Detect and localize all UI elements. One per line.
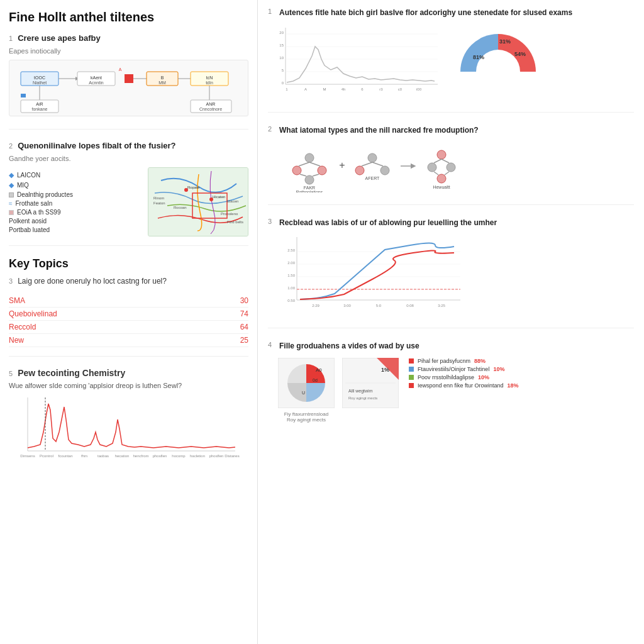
legend-area: ◆ LAICON ◆ MIQ Dealnthig productes ≈: [9, 167, 138, 236]
r-section-4-content: A0 0d U Fiy ftaxurntrensload Roy agingt …: [268, 358, 634, 423]
right-panel: 1 Autences fitle hate bich girl basIve f…: [258, 0, 644, 644]
legend-item-3: Dealnthig productes: [9, 191, 138, 198]
legend-text-3: Poov rrsstolhildaglipse: [418, 374, 474, 380]
legend-entries: Pihal fer padsyfucnm 88% Ftauvirestiils/…: [409, 358, 519, 423]
molecule-svg: FAKR Pothpolations + AFERT: [278, 142, 492, 192]
svg-point-91: [355, 166, 364, 175]
half-pie-svg: 81% 54% 31%: [454, 25, 542, 81]
svg-text:4h: 4h: [341, 87, 346, 91]
legend-entry-1: Pihal fer padsyfucnm 88%: [409, 358, 519, 364]
svg-point-81: [318, 166, 326, 175]
r-section-1-num: 1: [268, 8, 275, 15]
svg-line-104: [445, 172, 449, 175]
section-2: 2 Quenonilinalve lopes fibalt of the fus…: [9, 141, 248, 246]
r-section-4-num: 4: [268, 341, 275, 348]
legend-label-3: Dealnthig productes: [17, 191, 73, 198]
svg-text:1.00: 1.00: [287, 286, 295, 290]
svg-line-86: [313, 174, 319, 176]
legend-icon-1: ◆: [9, 171, 14, 179]
svg-text:Roy agingt mects: Roy agingt mects: [348, 396, 377, 400]
svg-text:B: B: [161, 75, 164, 80]
legend-icon-5: [9, 210, 14, 215]
tile-1-area: A0 0d U Fiy ftaxurntrensload Roy agingt …: [278, 358, 335, 423]
svg-text:Rinom: Rinom: [153, 196, 164, 200]
svg-text:1.50: 1.50: [287, 274, 295, 277]
svg-text:2:29: 2:29: [312, 304, 319, 308]
legend-list: ◆ LAICON ◆ MIQ Dealnthig productes ≈: [9, 171, 138, 233]
topic-row-1: SMA 30: [9, 294, 248, 308]
section-1: 1 Crere use apes bafby Eapes inotiocally…: [9, 33, 248, 130]
tiles-area: A0 0d U Fiy ftaxurntrensload Roy agingt …: [278, 358, 399, 423]
r-section-1-title: Autences fitle hate bich girl basIve flo…: [279, 8, 572, 18]
svg-text:Hicaten: Hicaten: [213, 195, 225, 199]
chem-number: 5: [9, 370, 13, 377]
svg-point-92: [380, 166, 389, 175]
topics-question: Laig ore done oneruly ho loct castng for…: [18, 277, 167, 286]
svg-text:15: 15: [279, 43, 284, 47]
svg-text:31%: 31%: [499, 38, 511, 45]
svg-text:54%: 54%: [514, 51, 526, 57]
svg-text:Alll wegtwim: Alll wegtwim: [348, 389, 373, 394]
legend-text-2: Ftauvirestiils/Oinjor Tachtinel: [418, 366, 489, 372]
tile-1-sublabel: Roy agingt mects: [278, 417, 335, 423]
map-svg: Ropate Hicaten Rocoan Proboleno Rinom Fe…: [148, 168, 248, 236]
svg-line-84: [309, 162, 320, 166]
svg-text:Pcontrol: Pcontrol: [40, 454, 53, 458]
svg-rect-7: [125, 74, 133, 83]
svg-text:Rocoan: Rocoan: [174, 206, 187, 209]
section-2-content: ◆ LAICON ◆ MIQ Dealnthig productes ≈: [9, 167, 248, 236]
chem-title: Pew tecointing Chemistry: [18, 368, 125, 378]
svg-text:A: A: [304, 87, 307, 91]
svg-text:Featon: Featon: [153, 201, 165, 205]
legend-icon-4: ≈: [9, 200, 13, 207]
legend-icon-2: ◆: [9, 181, 14, 189]
curve-chart-svg: 0.50 1.00 1.50 2.00 2.50: [278, 234, 467, 316]
r-section-4: 4 Fille groduahens a vides of wad by use: [268, 341, 634, 423]
topic-count-1: 30: [240, 296, 248, 305]
left-panel: Fine Hollt anthel tiltenes 1 Crere use a…: [0, 0, 258, 644]
svg-text:Hewualtt: Hewualtt: [433, 185, 450, 189]
legend-pct-2: 10%: [493, 366, 504, 372]
topics-table: SMA 30 Queboivelinad 74 Reccold 64 New 2…: [9, 294, 248, 347]
svg-text:AiR: AiR: [36, 102, 43, 106]
curve-chart-area: 0.50 1.00 1.50 2.00 2.50: [268, 234, 634, 318]
svg-text:Ropate: Ropate: [187, 186, 200, 189]
svg-text:taobas: taobas: [97, 454, 109, 458]
svg-text:r3: r3: [379, 87, 383, 91]
svg-point-100: [437, 174, 446, 183]
half-pie-area: 81% 54% 31%: [454, 25, 542, 81]
svg-point-90: [368, 153, 377, 162]
topic-count-2: 74: [240, 309, 248, 318]
legend-entry-2: Ftauvirestiils/Oinjor Tachtinel 10%: [409, 366, 519, 372]
section-1-subtitle: Eapes inotiocally: [9, 47, 248, 55]
topic-name-1: SMA: [9, 296, 25, 305]
molecule-area: FAKR Pothpolations + AFERT: [268, 142, 634, 194]
r-section-2-title: What iatomal types and the nill narcked …: [279, 125, 479, 136]
svg-text:Dimsens: Dimsens: [20, 454, 35, 458]
bar-chart-svg: Rbceive b% (fraction) 0 5 10 15 20: [268, 25, 444, 100]
tile-1-svg: A0 0d U: [278, 358, 335, 408]
r-section-4-title: Fille groduahens a vides of wad by use: [279, 341, 419, 352]
topic-row-4: New 25: [9, 334, 248, 347]
svg-text:Distanes: Distanes: [225, 454, 239, 458]
main-title: Fine Hollt anthel tiltenes: [9, 10, 248, 25]
svg-text:M: M: [323, 87, 326, 91]
svg-line-103: [434, 172, 438, 175]
svg-text:FAKR: FAKR: [304, 186, 315, 190]
svg-text:81%: 81%: [473, 54, 484, 60]
bar-chart-area: Rbceive b% (fraction) 0 5 10 15 20: [268, 25, 444, 102]
svg-text:0:08: 0:08: [406, 304, 414, 308]
legend-label-7: Portbab luated: [9, 226, 50, 233]
svg-text:Proboleno: Proboleno: [221, 212, 238, 216]
svg-rect-25: [21, 94, 26, 97]
svg-line-83: [299, 162, 309, 166]
svg-text:ANR: ANR: [206, 102, 216, 106]
legend-pct-3: 10%: [478, 374, 489, 380]
svg-text:Acnntin: Acnntin: [89, 80, 103, 85]
svg-text:A: A: [119, 67, 122, 72]
svg-point-80: [292, 166, 301, 175]
svg-text:fhm: fhm: [81, 454, 87, 458]
svg-text:fcountan: fcountan: [58, 454, 72, 458]
r-section-1-content: Rbceive b% (fraction) 0 5 10 15 20: [268, 25, 634, 102]
svg-line-93: [362, 162, 372, 166]
